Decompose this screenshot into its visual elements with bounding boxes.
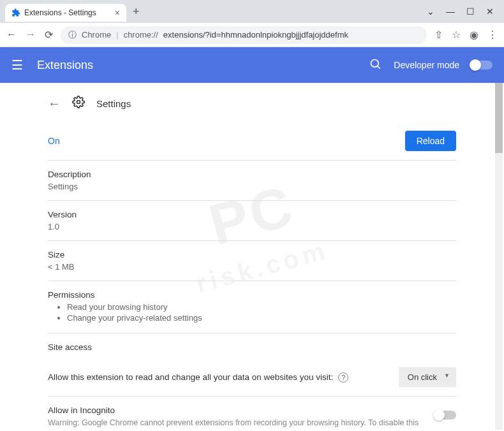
size-section: Size < 1 MB	[48, 241, 456, 281]
address-actions: ⇧ ☆ ◉ ⋮	[434, 29, 498, 41]
developer-mode-toggle[interactable]	[471, 61, 493, 69]
share-icon[interactable]: ⇧	[434, 29, 443, 41]
reload-button[interactable]: Reload	[405, 131, 456, 151]
back-arrow-icon[interactable]: ←	[48, 96, 61, 111]
version-section: Version 1.0	[48, 201, 456, 241]
permissions-list: Read your browsing history Change your p…	[48, 302, 456, 323]
description-label: Description	[48, 170, 456, 179]
puzzle-icon	[11, 8, 20, 17]
site-access-label: Site access	[48, 342, 456, 352]
url-path: extensions/?id=hhmnadonlnpiokngbjjjdfajo…	[163, 30, 348, 40]
browser-tab[interactable]: Extensions - Settings ×	[5, 4, 126, 22]
reload-button[interactable]: ⟳	[45, 29, 53, 41]
extensions-header: ☰ Extensions Developer mode	[0, 47, 504, 83]
extensions-title: Extensions	[37, 59, 93, 72]
close-window-icon[interactable]: ✕	[486, 6, 494, 17]
help-icon[interactable]: ?	[338, 372, 348, 383]
address-bar: ← → ⟳ ⓘ Chrome | chrome://extensions/?id…	[0, 23, 504, 47]
minimize-icon[interactable]: —	[446, 6, 455, 17]
on-section: On Reload	[48, 122, 456, 161]
incognito-toggle[interactable]	[434, 411, 456, 420]
title-bar: Extensions - Settings × + ⌄ — ☐ ✕	[0, 0, 504, 23]
bookmark-icon[interactable]: ☆	[452, 29, 461, 41]
url-box[interactable]: ⓘ Chrome | chrome://extensions/?id=hhmna…	[61, 26, 427, 44]
incognito-row: Allow in Incognito Warning: Google Chrom…	[48, 397, 456, 431]
svg-line-1	[378, 66, 380, 68]
close-icon[interactable]: ×	[115, 8, 120, 18]
version-label: Version	[48, 210, 456, 219]
url-prefix: Chrome	[82, 30, 111, 40]
list-item: Read your browsing history	[67, 302, 456, 312]
search-icon[interactable]	[369, 58, 382, 73]
site-access-dropdown[interactable]: On click	[399, 367, 456, 387]
site-info-icon[interactable]: ⓘ	[68, 29, 77, 41]
browser-chrome: Extensions - Settings × + ⌄ — ☐ ✕ ← → ⟳ …	[0, 0, 504, 47]
forward-button[interactable]: →	[26, 29, 36, 41]
incognito-warning: Warning: Google Chrome cannot prevent ex…	[48, 418, 422, 431]
on-label[interactable]: On	[48, 136, 60, 146]
scrollbar-thumb[interactable]	[495, 83, 503, 153]
svg-point-2	[77, 101, 80, 104]
description-value: Settings	[48, 182, 456, 191]
profile-icon[interactable]: ◉	[470, 29, 478, 41]
svg-point-0	[371, 59, 379, 67]
hamburger-icon[interactable]: ☰	[11, 57, 23, 73]
page-header: ← Settings	[48, 92, 456, 122]
version-value: 1.0	[48, 222, 456, 231]
list-item: Change your privacy-related settings	[67, 313, 456, 323]
site-access-row: Allow this extension to read and change …	[48, 358, 456, 397]
size-label: Size	[48, 250, 456, 259]
menu-icon[interactable]: ⋮	[487, 29, 498, 41]
caret-down-icon[interactable]: ⌄	[427, 6, 434, 17]
gear-icon	[72, 96, 85, 112]
new-tab-button[interactable]: +	[126, 5, 146, 18]
description-section: Description Settings	[48, 161, 456, 201]
permissions-label: Permissions	[48, 290, 456, 300]
page-title: Settings	[96, 98, 131, 109]
content: ← Settings On Reload Description Setting…	[35, 83, 469, 431]
back-button[interactable]: ←	[6, 29, 17, 41]
url-scheme: chrome://	[124, 30, 158, 40]
maximize-icon[interactable]: ☐	[466, 6, 475, 17]
incognito-label: Allow in Incognito	[48, 405, 422, 415]
size-value: < 1 MB	[48, 262, 456, 272]
tab-title: Extensions - Settings	[24, 8, 96, 17]
window-controls: ⌄ — ☐ ✕	[427, 6, 499, 17]
nav-arrows: ← → ⟳	[6, 29, 53, 41]
permissions-section: Permissions Read your browsing history C…	[48, 281, 456, 333]
developer-mode-label: Developer mode	[394, 60, 459, 70]
site-access-desc: Allow this extension to read and change …	[48, 372, 333, 382]
scrollbar[interactable]	[495, 83, 503, 430]
site-access-header: Site access	[48, 333, 456, 358]
